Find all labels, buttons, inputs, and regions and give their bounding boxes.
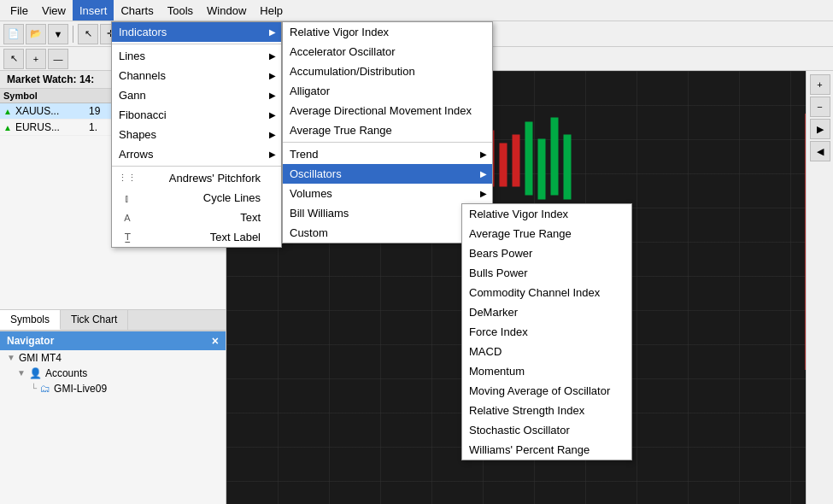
- menu-item-volumes[interactable]: Volumes ▶: [283, 184, 492, 203]
- divider: [283, 142, 492, 143]
- divider: [112, 44, 281, 44]
- menu-item-osc-rsi[interactable]: Relative Strength Index: [462, 401, 631, 420]
- text-icon: A: [119, 213, 136, 223]
- menu-item-label: Lines: [119, 50, 145, 62]
- menu-item-textlabel[interactable]: T̲ Text Label: [112, 227, 281, 247]
- submenu-arrow-icon: ▶: [269, 110, 276, 120]
- textlabel-icon: T̲: [119, 231, 136, 243]
- menu-item-pitchfork[interactable]: ⋮⋮ Andrews' Pitchfork: [112, 168, 281, 188]
- menu-item-accum-distrib[interactable]: Accumulation/Distribution: [283, 62, 492, 81]
- menu-item-label: Accelerator Oscillator: [290, 45, 396, 58]
- menu-item-label: Channels: [119, 69, 166, 82]
- menu-item-label: Stochastic Oscillator: [469, 424, 570, 437]
- menu-item-label: Average Directional Movement Index: [290, 104, 472, 117]
- dropdown-overlay: Indicators ▶ Lines ▶ Channels ▶ Gann ▶ F…: [0, 0, 833, 504]
- menu-item-label: Williams' Percent Range: [469, 443, 590, 456]
- menu-item-label: MACD: [469, 345, 502, 358]
- menu-item-osc-force[interactable]: Force Index: [462, 322, 631, 342]
- menu-item-osc-relative-vigor[interactable]: Relative Vigor Index: [462, 204, 631, 224]
- menu-item-adx[interactable]: Average Directional Movement Index: [283, 101, 492, 120]
- menu-insert-dropdown: Indicators ▶ Lines ▶ Channels ▶ Gann ▶ F…: [111, 21, 282, 248]
- menu-item-arrows[interactable]: Arrows ▶: [112, 144, 281, 164]
- menu-item-label: Gann: [119, 89, 146, 102]
- menu-item-osc-wpr[interactable]: Williams' Percent Range: [462, 440, 631, 460]
- menu-item-oscillators[interactable]: Oscillators ▶: [283, 164, 492, 184]
- menu-item-osc-macd[interactable]: MACD: [462, 342, 631, 361]
- menu-item-label: Volumes: [290, 187, 332, 200]
- menu-item-alligator[interactable]: Alligator: [283, 81, 492, 101]
- menu-item-osc-stochastic[interactable]: Stochastic Oscillator: [462, 420, 631, 440]
- menu-item-label: Average True Range: [469, 227, 572, 240]
- menu-oscillators-dropdown: Relative Vigor Index Average True Range …: [461, 203, 632, 460]
- menu-item-label: Text Label: [210, 231, 261, 243]
- menu-item-label: Oscillators: [290, 167, 342, 180]
- menu-item-shapes[interactable]: Shapes ▶: [112, 125, 281, 144]
- menu-item-label: Accumulation/Distribution: [290, 65, 415, 78]
- menu-item-text[interactable]: A Text: [112, 208, 281, 227]
- menu-item-label: Alligator: [290, 85, 330, 97]
- menu-item-osc-atr[interactable]: Average True Range: [462, 224, 631, 243]
- menu-item-label: Momentum: [469, 365, 525, 378]
- menu-item-label: Relative Strength Index: [469, 404, 584, 417]
- menu-item-label: Moving Average of Oscillator: [469, 384, 610, 397]
- menu-item-label: Trend: [290, 148, 318, 161]
- menu-item-label: Force Index: [469, 325, 528, 338]
- submenu-arrow-icon: ▶: [269, 51, 276, 61]
- menu-item-label: Andrews' Pitchfork: [169, 172, 261, 185]
- menu-item-label: Text: [240, 211, 261, 224]
- submenu-arrow-icon: ▶: [480, 189, 487, 198]
- menu-item-label: Relative Vigor Index: [469, 208, 568, 220]
- menu-item-channels[interactable]: Channels ▶: [112, 66, 281, 85]
- menu-item-label: Indicators: [119, 26, 167, 38]
- menu-item-label: Bulls Power: [469, 267, 528, 279]
- menu-item-trend[interactable]: Trend ▶: [283, 144, 492, 164]
- menu-item-label: Bears Power: [469, 247, 532, 260]
- menu-item-lines[interactable]: Lines ▶: [112, 46, 281, 66]
- menu-item-indicators[interactable]: Indicators ▶: [112, 22, 281, 42]
- menu-item-label: Custom: [290, 226, 328, 239]
- cyclelines-icon: ⫿: [119, 193, 136, 203]
- submenu-arrow-icon: ▶: [480, 149, 487, 159]
- divider: [112, 166, 281, 167]
- menu-item-label: Arrows: [119, 148, 153, 161]
- menu-item-label: Fibonacci: [119, 108, 167, 121]
- menu-item-label: Shapes: [119, 128, 156, 141]
- submenu-arrow-icon: ▶: [480, 169, 487, 179]
- menu-item-atr[interactable]: Average True Range: [283, 120, 492, 140]
- menu-item-cyclelines[interactable]: ⫿ Cycle Lines: [112, 188, 281, 208]
- menu-item-osc-momentum[interactable]: Momentum: [462, 361, 631, 381]
- menu-item-gann[interactable]: Gann ▶: [112, 85, 281, 105]
- menu-item-label: DeMarker: [469, 306, 518, 319]
- menu-item-osc-demarker[interactable]: DeMarker: [462, 302, 631, 322]
- menu-item-label: Relative Vigor Index: [290, 26, 389, 38]
- menu-item-osc-bulls[interactable]: Bulls Power: [462, 263, 631, 283]
- pitchfork-icon: ⋮⋮: [119, 173, 136, 184]
- menu-item-label: Bill Williams: [290, 207, 349, 220]
- menu-item-osc-cci[interactable]: Commodity Channel Index: [462, 283, 631, 302]
- menu-item-fibonacci[interactable]: Fibonacci ▶: [112, 105, 281, 125]
- submenu-arrow-icon: ▶: [269, 27, 276, 37]
- menu-item-label: Commodity Channel Index: [469, 286, 600, 299]
- main-window: File View Insert Charts Tools Window Hel…: [0, 0, 833, 504]
- submenu-arrow-icon: ▶: [269, 130, 276, 139]
- menu-item-osc-osma[interactable]: Moving Average of Oscillator: [462, 381, 631, 401]
- menu-item-relative-vigor[interactable]: Relative Vigor Index: [283, 22, 492, 42]
- submenu-arrow-icon: ▶: [269, 149, 276, 159]
- menu-item-label: Cycle Lines: [203, 191, 261, 204]
- submenu-arrow-icon: ▶: [269, 91, 276, 100]
- menu-item-accelerator[interactable]: Accelerator Oscillator: [283, 42, 492, 62]
- submenu-arrow-icon: ▶: [269, 71, 276, 80]
- menu-item-label: Average True Range: [290, 124, 392, 137]
- menu-item-osc-bears[interactable]: Bears Power: [462, 243, 631, 263]
